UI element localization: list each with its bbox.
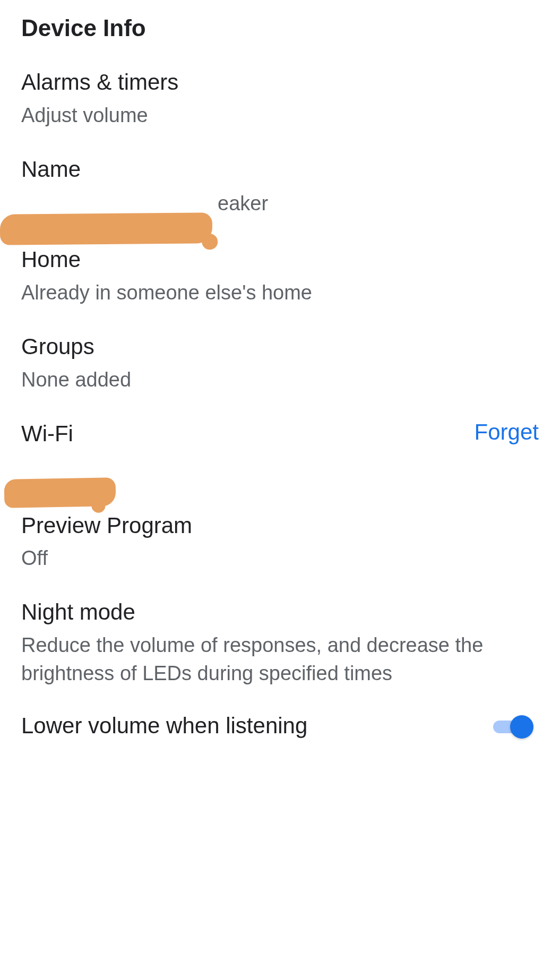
home-item[interactable]: Home Already in someone else's home — [21, 245, 539, 307]
wifi-value — [21, 453, 539, 486]
toggle-thumb — [510, 715, 533, 739]
lower-volume-item[interactable]: Lower volume when listening — [21, 713, 539, 739]
redaction-mark — [4, 477, 116, 508]
nightmode-title: Night mode — [21, 598, 539, 627]
redaction-mark — [0, 213, 212, 245]
device-info-container: Device Info Alarms & timers Adjust volum… — [0, 0, 560, 739]
name-title: Name — [21, 155, 539, 184]
nightmode-subtitle: Reduce the volume of responses, and decr… — [21, 631, 539, 688]
lowervolume-toggle[interactable] — [493, 715, 533, 736]
alarms-timers-item[interactable]: Alarms & timers Adjust volume — [21, 68, 539, 130]
preview-subtitle: Off — [21, 544, 539, 572]
name-item[interactable]: Name eaker — [21, 155, 539, 220]
lowervolume-title: Lower volume when listening — [21, 713, 307, 739]
alarms-title: Alarms & timers — [21, 68, 539, 97]
night-mode-item[interactable]: Night mode Reduce the volume of response… — [21, 598, 539, 688]
wifi-item[interactable]: Wi-Fi Forget — [21, 419, 539, 486]
alarms-subtitle: Adjust volume — [21, 101, 539, 130]
wifi-title: Wi-Fi — [21, 419, 73, 449]
name-value: eaker — [21, 188, 539, 220]
wifi-forget-link[interactable]: Forget — [475, 419, 539, 445]
home-title: Home — [21, 245, 539, 275]
section-header: Device Info — [21, 15, 539, 41]
preview-program-item[interactable]: Preview Program Off — [21, 511, 539, 573]
groups-item[interactable]: Groups None added — [21, 332, 539, 394]
name-visible-suffix: eaker — [218, 192, 268, 215]
groups-title: Groups — [21, 332, 539, 362]
home-subtitle: Already in someone else's home — [21, 279, 539, 307]
preview-title: Preview Program — [21, 511, 539, 541]
groups-subtitle: None added — [21, 366, 539, 394]
